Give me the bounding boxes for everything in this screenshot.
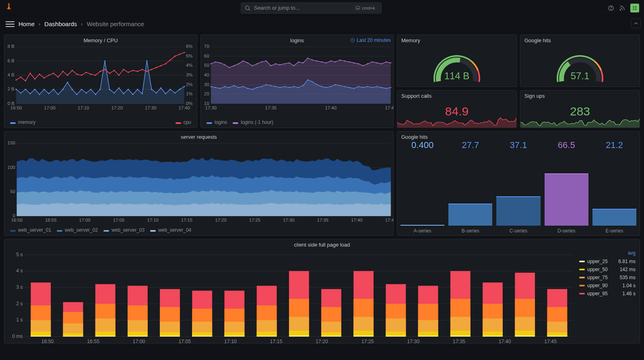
svg-point-154 — [335, 62, 336, 63]
svg-point-47 — [76, 94, 77, 95]
svg-text:2%: 2% — [186, 82, 193, 87]
svg-point-144 — [289, 62, 290, 64]
svg-point-40 — [43, 89, 45, 90]
svg-point-99 — [146, 71, 147, 72]
bar-D-series[interactable]: 66.5D-series — [545, 140, 588, 234]
time-range-badge[interactable]: Last 20 minutes — [350, 37, 391, 43]
svg-text:17:00: 17:00 — [44, 105, 56, 110]
bar-B-series[interactable]: 27.7B-series — [448, 140, 492, 234]
svg-text:4 s: 4 s — [16, 268, 23, 274]
grafana-logo[interactable] — [5, 2, 14, 13]
rss-icon[interactable] — [619, 5, 625, 11]
svg-point-85 — [81, 74, 82, 76]
svg-point-95 — [128, 72, 129, 73]
svg-point-159 — [358, 63, 359, 64]
svg-text:17:30: 17:30 — [205, 105, 217, 110]
svg-text:17:45: 17:45 — [544, 339, 557, 344]
svg-rect-295 — [353, 335, 374, 336]
svg-point-92 — [114, 70, 115, 71]
svg-rect-245 — [31, 336, 51, 337]
svg-point-83 — [72, 70, 73, 71]
svg-point-127 — [211, 63, 212, 64]
svg-text:17:30: 17:30 — [145, 105, 157, 110]
breadcrumb-dashboards[interactable]: Dashboards — [44, 21, 77, 27]
global-search[interactable]: Search or jump to... cmd+k — [241, 2, 382, 14]
svg-point-76 — [39, 74, 40, 75]
panel-memory-gauge[interactable]: Memory 114 B — [397, 35, 517, 87]
svg-point-56 — [118, 87, 120, 88]
svg-text:8 B: 8 B — [8, 44, 14, 49]
panel-google-hits-gauge[interactable]: Google hits 57.1 — [520, 35, 640, 87]
svg-point-79 — [53, 73, 54, 74]
svg-rect-290 — [321, 336, 341, 337]
help-icon[interactable] — [608, 5, 614, 11]
collapse-toggle[interactable] — [631, 19, 641, 28]
bar-A-series[interactable]: 0.400A-series — [400, 140, 444, 234]
svg-point-93 — [118, 74, 120, 76]
svg-point-105 — [174, 56, 175, 57]
svg-point-34 — [15, 89, 17, 90]
svg-point-42 — [53, 89, 54, 90]
panel-support-calls[interactable]: Support calls 84.9 — [397, 90, 517, 128]
panel-memory-cpu[interactable]: Memory / CPU 0 B2 B4 B6 B8 B0%1%2%3%4%5%… — [4, 35, 197, 128]
svg-point-130 — [224, 64, 225, 66]
panel-server-requests[interactable]: server requests 05010015016:5016:5517:00… — [4, 131, 394, 236]
svg-point-64 — [156, 92, 157, 93]
svg-text:4%: 4% — [186, 63, 193, 68]
svg-point-202 — [372, 87, 373, 88]
svg-rect-255 — [95, 336, 116, 337]
svg-point-53 — [104, 60, 105, 62]
menu-toggle[interactable] — [6, 20, 14, 29]
panel-client-page-load[interactable]: client side full page load 0 ms1 s2 s3 s… — [4, 239, 640, 344]
breadcrumb-home[interactable]: Home — [19, 21, 35, 27]
svg-point-86 — [85, 72, 87, 73]
svg-point-78 — [48, 74, 50, 76]
panel-google-hits-bars[interactable]: Google hits 0.400A-series27.7B-series37.… — [397, 131, 640, 236]
svg-rect-280 — [257, 336, 277, 337]
svg-point-66 — [165, 93, 166, 94]
svg-text:3%: 3% — [186, 72, 193, 77]
svg-point-106 — [179, 53, 180, 55]
svg-text:17:20: 17:20 — [111, 105, 123, 110]
svg-point-180 — [270, 85, 272, 86]
svg-point-157 — [349, 62, 350, 63]
user-avatar[interactable] — [630, 4, 639, 12]
svg-text:0: 0 — [12, 213, 15, 218]
svg-point-128 — [215, 62, 216, 63]
svg-point-164 — [381, 63, 382, 64]
svg-point-88 — [95, 74, 96, 76]
clock-icon — [350, 38, 355, 43]
bar-E-series[interactable]: 21.2E-series — [592, 140, 636, 234]
svg-point-171 — [229, 87, 230, 88]
panel-sign-ups[interactable]: Sign ups 283 — [520, 90, 640, 128]
search-kbd: cmd+k — [353, 5, 378, 11]
svg-point-45 — [67, 82, 68, 83]
svg-text:150: 150 — [8, 141, 15, 145]
svg-text:16:50: 16:50 — [11, 218, 23, 222]
svg-rect-320 — [515, 335, 535, 336]
svg-text:3 s: 3 s — [16, 284, 23, 290]
svg-point-169 — [219, 88, 221, 89]
svg-point-167 — [211, 86, 212, 87]
svg-point-129 — [219, 62, 221, 64]
svg-point-135 — [247, 62, 248, 64]
svg-point-133 — [238, 63, 239, 64]
svg-point-162 — [372, 62, 373, 63]
svg-point-177 — [256, 87, 258, 88]
svg-point-101 — [156, 67, 157, 68]
svg-point-183 — [284, 86, 285, 87]
panel-logins[interactable]: logins Last 20 minutes 1020304050607017:… — [200, 35, 394, 128]
svg-point-68 — [174, 92, 175, 93]
svg-point-148 — [307, 58, 308, 59]
svg-point-158 — [353, 62, 355, 64]
svg-point-188 — [307, 79, 308, 80]
svg-point-156 — [344, 60, 345, 62]
search-placeholder: Search or jump to... — [254, 5, 299, 11]
svg-text:17:25: 17:25 — [361, 339, 374, 344]
bar-C-series[interactable]: 37.1C-series — [496, 140, 540, 234]
svg-point-136 — [252, 65, 253, 66]
svg-point-201 — [367, 86, 368, 87]
svg-point-77 — [43, 77, 45, 78]
svg-point-193 — [330, 86, 331, 87]
svg-text:17:35: 17:35 — [265, 105, 277, 110]
